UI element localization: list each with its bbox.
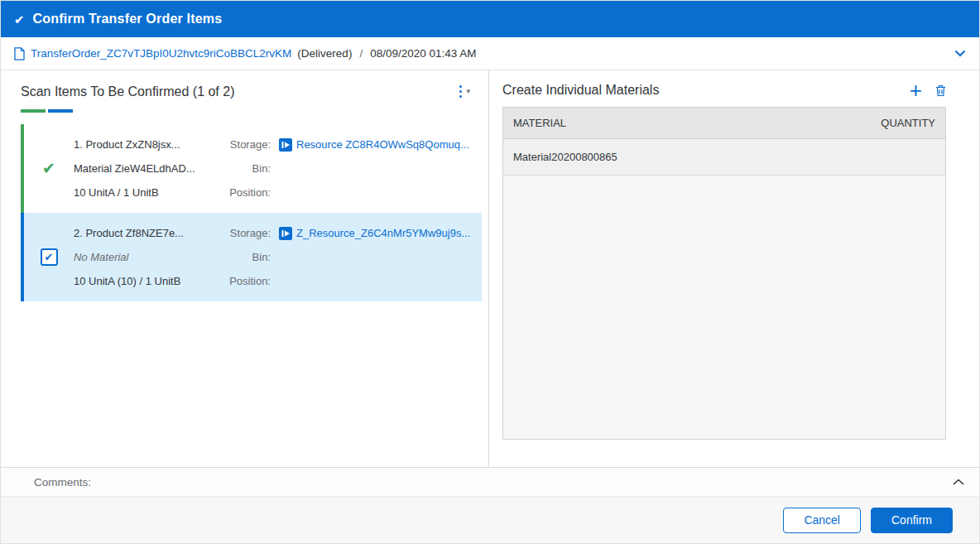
storage-value: Resource ZC8R4OWwSq8Qomuq...: [279, 138, 477, 152]
transfer-order-link[interactable]: TransferOrder_ZC7vTJBpI0U2hvtc9riCoBBCL2…: [31, 47, 291, 60]
scan-panel-header: Scan Items To Be Confirmed (1 of 2) ▾: [21, 82, 488, 101]
document-icon: [14, 47, 25, 60]
scan-panel-title: Scan Items To Be Confirmed (1 of 2): [21, 84, 454, 99]
item-check-area: ✔: [24, 132, 74, 205]
main-content: Scan Items To Be Confirmed (1 of 2) ▾ ✔: [1, 70, 979, 467]
app-window: ✔ Confirm Transfer Order Items TransferO…: [0, 0, 980, 544]
add-material-button[interactable]: +: [910, 82, 922, 99]
check-icon: ✔: [14, 13, 25, 26]
delete-material-button[interactable]: [935, 84, 946, 97]
materials-panel-header: Create Individual Materials +: [502, 82, 946, 99]
item-material: Material ZieW4ELdhAD...: [74, 162, 214, 175]
resource-link[interactable]: Z_Resource_Z6C4nMr5YMw9uj9s...: [296, 227, 470, 239]
item-quantity: 10 UnitA (10) / 1 UnitB: [74, 275, 214, 287]
materials-table-header: MATERIAL QUANTITY: [503, 108, 945, 139]
overflow-menu-button[interactable]: ▾: [454, 82, 475, 101]
item-product: 1. Product ZxZN8jsx...: [74, 138, 214, 151]
progress-segment-current: [48, 109, 73, 113]
list-item[interactable]: ✔ 1. Product ZxZN8jsx... Storage: Resour…: [21, 124, 482, 213]
storage-label: Storage:: [214, 138, 279, 151]
success-check-icon: ✔: [42, 159, 55, 178]
page-header: ✔ Confirm Transfer Order Items: [1, 1, 979, 37]
caret-down-icon: ▾: [466, 88, 470, 95]
item-details: 2. Product Zf8NZE7e... Storage: Z_Resour…: [74, 221, 477, 293]
materials-panel-title: Create Individual Materials: [502, 83, 910, 98]
table-row[interactable]: Material20200800865: [503, 139, 945, 176]
item-product: 2. Product Zf8NZE7e...: [74, 227, 214, 239]
breadcrumb-separator: /: [358, 47, 364, 60]
item-details: 1. Product ZxZN8jsx... Storage: Resource…: [74, 132, 477, 205]
list-item[interactable]: ✔ 2. Product Zf8NZE7e... Storage: Z_Reso…: [21, 213, 482, 301]
column-header-material: MATERIAL: [513, 117, 566, 129]
breadcrumb: TransferOrder_ZC7vTJBpI0U2hvtc9riCoBBCL2…: [1, 37, 979, 70]
storage-label: Storage:: [214, 227, 279, 239]
comments-bar[interactable]: Comments:: [1, 467, 979, 496]
item-material: No Material: [74, 251, 214, 263]
bin-label: Bin:: [214, 251, 279, 263]
material-cell: Material20200800865: [513, 151, 617, 163]
scan-item-list: ✔ 1. Product ZxZN8jsx... Storage: Resour…: [21, 124, 482, 301]
resource-icon: [279, 227, 292, 240]
scan-items-panel: Scan Items To Be Confirmed (1 of 2) ▾ ✔: [1, 70, 489, 467]
item-quantity: 10 UnitA / 1 UnitB: [74, 186, 214, 199]
comments-label: Comments:: [34, 476, 953, 489]
bin-label: Bin:: [214, 162, 279, 175]
page-title: Confirm Transfer Order Items: [33, 12, 223, 26]
item-check-area: ✔: [24, 221, 74, 293]
resource-link[interactable]: Resource ZC8R4OWwSq8Qomuq...: [296, 138, 469, 151]
progress-indicator: [21, 109, 488, 113]
position-label: Position:: [214, 275, 279, 287]
storage-value: Z_Resource_Z6C4nMr5YMw9uj9s...: [279, 227, 477, 240]
item-status-stripe: [21, 213, 24, 301]
resource-icon: [279, 138, 292, 152]
materials-panel: Create Individual Materials + MATERIAL Q…: [489, 70, 979, 467]
order-timestamp: 08/09/2020 01:43 AM: [370, 47, 476, 60]
materials-table: MATERIAL QUANTITY Material20200800865: [502, 107, 946, 440]
column-header-quantity: QUANTITY: [881, 117, 935, 129]
cancel-button[interactable]: Cancel: [783, 508, 861, 533]
progress-segment-done: [21, 109, 46, 113]
order-status: (Delivered): [297, 47, 352, 60]
kebab-icon: [459, 85, 462, 98]
item-status-stripe: [21, 124, 24, 213]
chevron-down-icon[interactable]: [954, 50, 966, 57]
item-checkbox[interactable]: ✔: [41, 248, 58, 266]
footer-bar: Cancel Confirm: [1, 496, 979, 543]
confirm-button[interactable]: Confirm: [871, 508, 953, 533]
chevron-up-icon[interactable]: [953, 479, 964, 485]
position-label: Position:: [214, 186, 279, 199]
